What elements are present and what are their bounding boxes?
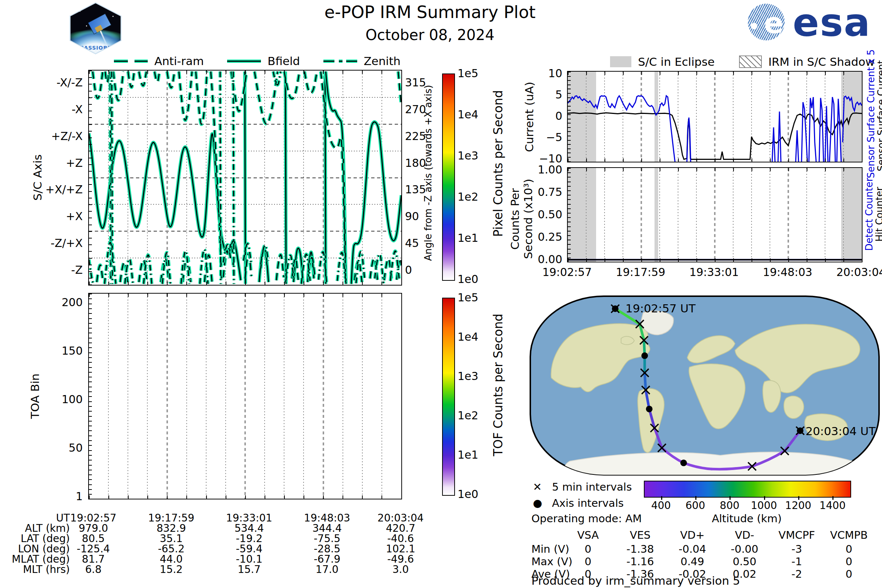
page-title: e-POP IRM Summary Plot: [220, 2, 639, 22]
gridline-vertical: [264, 294, 265, 499]
pixel-colorbar-label: Pixel Counts per Second: [491, 119, 506, 237]
axis-ticks: [89, 294, 92, 499]
esa-e-glyph: e: [764, 9, 783, 38]
altitude-tickmark: [798, 496, 800, 500]
current-tick: 5: [507, 89, 562, 100]
operating-mode: Operating mode: AM: [531, 512, 642, 525]
world-map: [529, 295, 880, 476]
legend-item-zenith: Zenith: [323, 54, 400, 68]
axis-ticks: [89, 282, 401, 285]
ephemeris-value: 44.0: [131, 554, 212, 564]
current-tick: −5: [507, 132, 562, 143]
voltage-value: 0: [808, 569, 882, 579]
angle-tick: 135: [405, 184, 426, 195]
counts-tick: 0.00: [507, 254, 562, 265]
legend-label: S/C in Eclipse: [638, 55, 715, 68]
pixel-colorbar-tick: 1e0: [458, 274, 478, 285]
ephemeris-value: 15.2: [131, 564, 212, 575]
angle-tick: 45: [405, 238, 419, 249]
angle-axis-label: Angle from -Z axis (towards +X axis): [423, 92, 434, 261]
ephemeris-value: -10.1: [209, 554, 290, 564]
counts-tick: 0.50: [507, 209, 562, 220]
track-end-time: 20:03:04 UT: [806, 424, 876, 438]
legend-item-eclipse: S/C in Eclipse: [610, 55, 715, 68]
gridline-vertical: [206, 294, 207, 499]
legend-item-antiram: Anti-ram: [114, 54, 204, 68]
dashed-line-icon: [114, 60, 148, 63]
ephemeris-value: -67.9: [286, 554, 368, 564]
counts-right-label-blue: Detect Counter: [864, 159, 874, 269]
altitude-tick: 1000: [746, 501, 782, 511]
axis-ticks: [568, 168, 862, 171]
counts-tick: 0.75: [507, 187, 562, 198]
voltage-col-header: VCMPB: [808, 530, 882, 541]
ephemeris-value: -59.4: [209, 544, 290, 554]
ephemeris-value: 6.8: [53, 564, 134, 575]
sc-axis-tick: +X/+Z: [20, 184, 82, 195]
gridline-vertical: [147, 294, 148, 499]
legend-item-bfield: Bfield: [227, 54, 300, 68]
toa-tick: 50: [31, 442, 82, 453]
altitude-colorbar-label: Altitude (km): [706, 512, 787, 525]
toa-tick: 200: [31, 297, 82, 308]
ephemeris-value: -49.6: [360, 554, 441, 564]
gridline-vertical: [342, 294, 343, 499]
voltage-value: 0: [808, 556, 882, 567]
ephemeris-value: 420.7: [360, 524, 441, 534]
esa-wordmark: esa: [793, 0, 871, 45]
current-tick: −10: [507, 153, 562, 164]
angle-tick: 225: [405, 131, 426, 142]
gridline-vertical: [225, 294, 226, 499]
axis-interval-marker: [641, 352, 648, 359]
legend-label: IRM in S/C Shadow: [768, 55, 874, 68]
axis-ticks: [89, 294, 401, 297]
angle-tick: 270: [405, 104, 426, 115]
gridline-vertical: [362, 294, 363, 499]
toa-tick: 150: [31, 345, 82, 357]
ephemeris-value: 81.7: [53, 554, 134, 564]
gridline-vertical: [186, 294, 187, 499]
axis-interval-marker: [646, 406, 652, 412]
axis-interval-marker: [680, 460, 687, 466]
ephemeris-value: 19:17:59: [131, 513, 212, 524]
angle-tick: 90: [405, 211, 419, 222]
ephemeris-value: 832.9: [131, 524, 212, 534]
ephemeris-value: 344.4: [286, 524, 368, 534]
time-tick: 19:02:57: [536, 267, 598, 278]
ephemeris-value: -19.2: [209, 534, 290, 544]
altitude-tickmark: [729, 496, 730, 500]
sc-axis-tick: -X/-Z: [20, 77, 82, 88]
gridline-vertical: [108, 294, 109, 499]
tof-colorbar-tick: 1e3: [458, 371, 478, 382]
altitude-tick: 800: [711, 501, 748, 511]
orientation-legend: Anti-ram Bfield Zenith: [114, 54, 400, 68]
pixel-colorbar-tick: 1e3: [458, 150, 478, 161]
ephemeris-value: 19:02:57: [53, 513, 134, 524]
tof-colorbar-tick: 1e4: [458, 332, 478, 342]
altitude-tick: 600: [677, 501, 714, 511]
sc-axis-tick: -X: [20, 104, 82, 115]
legend-item-shadow: IRM in S/C Shadow: [739, 55, 874, 68]
ephemeris-value: 19:33:01: [209, 513, 290, 524]
current-plot: [567, 71, 862, 162]
axis-intervals-label: Axis intervals: [552, 497, 624, 509]
axis-ticks: [89, 70, 401, 74]
pixel-colorbar-tick: 1e1: [458, 232, 478, 244]
ephemeris-value: -28.5: [286, 544, 368, 554]
tof-colorbar-label: TOF Counts per Second: [491, 339, 506, 456]
ephemeris-value: -40.6: [360, 534, 441, 544]
altitude-tick: 1400: [814, 501, 851, 511]
ephemeris-value: 534.4: [209, 524, 290, 534]
pixel-colorbar-tick: 1e2: [458, 192, 478, 202]
gridline-vertical: [322, 294, 324, 499]
tof-colorbar-tick: 1e1: [458, 450, 478, 460]
altitude-colorbar: [644, 481, 851, 498]
altitude-tickmark: [832, 496, 834, 500]
axis-ticks: [89, 495, 401, 499]
counts-right-label-black: Hit Counter: [874, 159, 882, 269]
ephemeris-value: -65.2: [131, 544, 212, 554]
toa-tick: 100: [31, 394, 82, 405]
sc-axis-plot: [88, 70, 402, 285]
altitude-tickmark: [764, 496, 765, 500]
ephemeris-value: 17.0: [286, 564, 368, 575]
